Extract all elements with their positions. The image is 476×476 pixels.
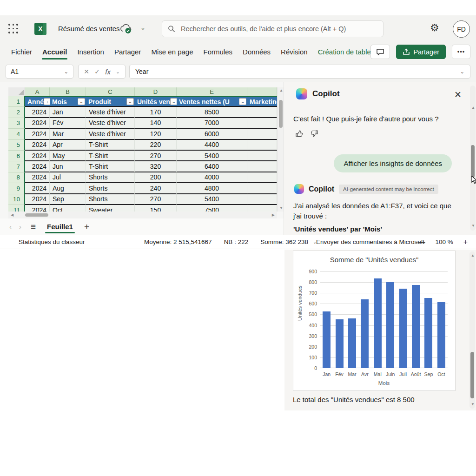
column-header-E[interactable]: E — [177, 87, 247, 96]
search-input[interactable] — [180, 25, 377, 33]
table-cell[interactable]: 170 — [135, 107, 177, 118]
row-number[interactable]: 9 — [8, 183, 25, 194]
ribbon-tab-fichier[interactable]: Fichier — [6, 43, 37, 60]
table-cell[interactable]: Jun — [50, 161, 86, 172]
table-cell[interactable]: Apr — [50, 140, 86, 151]
grid-hscroll-thumb[interactable] — [25, 213, 48, 217]
more-options-button[interactable]: ••• — [452, 45, 470, 59]
filter-chevron-icon[interactable]: ⌄ — [170, 98, 177, 105]
grid-vscroll-thumb[interactable] — [279, 100, 283, 128]
ribbon-tab-mise-en-page[interactable]: Mise en page — [146, 43, 198, 60]
scroll-up-icon[interactable]: ▲ — [471, 254, 475, 258]
table-cell[interactable]: Shorts — [86, 172, 135, 183]
scroll-down-icon[interactable]: ▼ — [471, 224, 475, 228]
table-cell[interactable]: 2024 — [25, 129, 50, 139]
row-number[interactable]: 6 — [8, 151, 25, 161]
table-cell[interactable]: Sep — [50, 194, 86, 205]
column-header-C[interactable]: C — [86, 87, 135, 96]
table-cell[interactable] — [247, 151, 277, 161]
table-cell[interactable]: Jan — [50, 107, 86, 118]
close-panel-icon[interactable]: ✕ — [454, 89, 462, 100]
copilot-scroll-thumb[interactable] — [470, 352, 474, 398]
row-number[interactable]: 3 — [8, 118, 25, 129]
table-cell[interactable] — [247, 194, 277, 205]
table-header-cell[interactable]: Unités ven⌄ — [135, 96, 177, 107]
copilot-scroll-thumb[interactable] — [471, 145, 475, 178]
table-cell[interactable]: Aug — [50, 183, 86, 194]
table-cell[interactable]: T-Shirt — [86, 151, 135, 161]
row-number[interactable]: 2 — [8, 107, 25, 118]
document-title[interactable]: Résumé des ventes — [58, 25, 120, 33]
row-number[interactable]: 1 — [8, 96, 25, 107]
table-cell[interactable]: 2024 — [25, 172, 50, 183]
copilot-scrollbar[interactable]: ▲ ▼ — [470, 86, 476, 231]
confirm-icon[interactable]: ✓ — [94, 68, 100, 75]
table-cell[interactable]: 2024 — [25, 183, 50, 194]
search-bar[interactable] — [162, 20, 383, 37]
table-cell[interactable]: 2024 — [25, 205, 50, 212]
table-cell[interactable]: Shorts — [86, 194, 135, 205]
settings-gear-icon[interactable]: ⚙ — [430, 22, 439, 34]
table-cell[interactable]: 270 — [135, 194, 177, 205]
row-number[interactable]: 7 — [8, 161, 25, 172]
table-cell[interactable]: T-Shirt — [86, 140, 135, 151]
ribbon-tab-accueil[interactable]: Accueil — [37, 43, 72, 60]
ribbon-tab-formules[interactable]: Formules — [198, 43, 238, 60]
table-cell[interactable]: 6000 — [177, 129, 247, 139]
prev-sheet-icon[interactable]: ‹ — [7, 223, 13, 231]
thumbs-down-icon[interactable] — [311, 130, 318, 138]
comments-button[interactable] — [370, 45, 390, 59]
table-cell[interactable]: 8500 — [177, 107, 247, 118]
row-number[interactable]: 11 — [8, 205, 25, 212]
row-number[interactable]: 5 — [8, 140, 25, 151]
add-sheet-icon[interactable]: + — [80, 222, 93, 232]
row-number[interactable]: 10 — [8, 194, 25, 205]
column-header-B[interactable]: B — [50, 87, 86, 96]
ribbon-tab-insertion[interactable]: Insertion — [72, 43, 109, 60]
table-cell[interactable]: 4000 — [177, 172, 247, 183]
table-cell[interactable]: 2024 — [25, 161, 50, 172]
app-launcher-icon[interactable] — [8, 24, 19, 34]
column-header-D[interactable]: D — [135, 87, 177, 96]
cancel-icon[interactable]: ✕ — [84, 68, 89, 75]
zoom-in-button[interactable]: + — [463, 238, 468, 246]
spreadsheet-grid[interactable]: ABCDE1Anné↓Mois⌄Produit⌄Unités ven⌄Vente… — [8, 87, 277, 212]
table-header-cell[interactable]: Anné↓ — [25, 96, 50, 107]
table-cell[interactable]: 2024 — [25, 194, 50, 205]
table-cell[interactable] — [247, 107, 277, 118]
thumbs-up-icon[interactable] — [295, 130, 303, 138]
sheet-tab-feuille1[interactable]: Feuille1 — [43, 220, 77, 233]
chart-card[interactable]: Somme de "Unités vendues" 01002003004005… — [293, 251, 456, 391]
table-cell[interactable]: 240 — [135, 183, 177, 194]
table-cell[interactable]: 270 — [135, 151, 177, 161]
grid-horizontal-scrollbar[interactable]: ◀ ▶ — [8, 212, 277, 218]
table-cell[interactable] — [247, 205, 277, 212]
formula-input[interactable]: Year ⌄ — [129, 65, 470, 79]
share-button[interactable]: Partager — [396, 45, 446, 59]
table-cell[interactable]: T-Shirt — [86, 161, 135, 172]
table-cell[interactable]: 220 — [135, 140, 177, 151]
insights-prompt-button[interactable]: Afficher les insights de données — [334, 154, 452, 172]
table-cell[interactable]: Shorts — [86, 183, 135, 194]
table-cell[interactable]: 200 — [135, 172, 177, 183]
row-number[interactable]: 8 — [8, 172, 25, 183]
scroll-left-icon[interactable]: ◀ — [11, 213, 13, 217]
table-header-cell[interactable]: Mois⌄ — [50, 96, 86, 107]
name-box[interactable]: A1 ⌄ — [6, 65, 73, 79]
table-cell[interactable]: 140 — [135, 118, 177, 129]
table-cell[interactable]: Jul — [50, 172, 86, 183]
workbook-statistics[interactable]: Statistiques du classeur — [19, 238, 85, 245]
fx-chevron-icon[interactable]: ⌄ — [116, 69, 119, 74]
next-sheet-icon[interactable]: › — [17, 223, 23, 231]
select-all-corner[interactable] — [8, 87, 25, 96]
table-cell[interactable]: Sweater — [86, 205, 135, 212]
table-cell[interactable]: Fév — [50, 118, 86, 129]
table-cell[interactable]: 320 — [135, 161, 177, 172]
scroll-down-icon[interactable]: ▼ — [471, 403, 475, 406]
scroll-up-icon[interactable]: ▲ — [471, 106, 475, 110]
scroll-right-icon[interactable]: ▶ — [272, 213, 275, 217]
sum-value-group[interactable]: Somme: 362 238 ⌄ — [260, 238, 317, 245]
table-cell[interactable]: 6400 — [177, 161, 247, 172]
grid-vertical-scrollbar[interactable]: ▲ ▼ — [277, 87, 284, 212]
table-cell[interactable]: Mar — [50, 129, 86, 139]
